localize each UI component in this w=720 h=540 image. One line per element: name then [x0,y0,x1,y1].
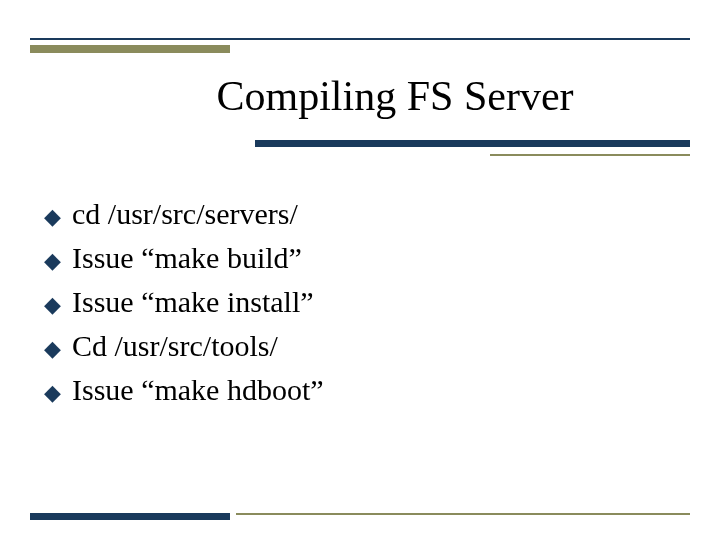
bullet-list: ◆ cd /usr/src/servers/ ◆ Issue “make bui… [44,195,690,415]
title-underline [255,140,690,147]
list-item-text: Cd /usr/src/tools/ [72,327,278,365]
list-item: ◆ Issue “make install” [44,283,690,321]
diamond-bullet-icon: ◆ [44,201,72,233]
list-item-text: Issue “make hdboot” [72,371,324,409]
title-underline-thick [255,140,690,147]
top-thick-accent [30,45,230,53]
diamond-bullet-icon: ◆ [44,289,72,321]
title-underline-thin [490,154,690,156]
footer-thick-accent [30,513,230,520]
top-thin-line [30,38,690,40]
list-item: ◆ cd /usr/src/servers/ [44,195,690,233]
diamond-bullet-icon: ◆ [44,377,72,409]
list-item: ◆ Issue “make hdboot” [44,371,690,409]
list-item-text: Issue “make install” [72,283,314,321]
slide-title: Compiling FS Server [0,72,720,120]
diamond-bullet-icon: ◆ [44,245,72,277]
list-item: ◆ Cd /usr/src/tools/ [44,327,690,365]
diamond-bullet-icon: ◆ [44,333,72,365]
list-item-text: cd /usr/src/servers/ [72,195,298,233]
list-item-text: Issue “make build” [72,239,302,277]
footer-thin-line [236,513,690,520]
list-item: ◆ Issue “make build” [44,239,690,277]
top-rule [30,38,690,40]
